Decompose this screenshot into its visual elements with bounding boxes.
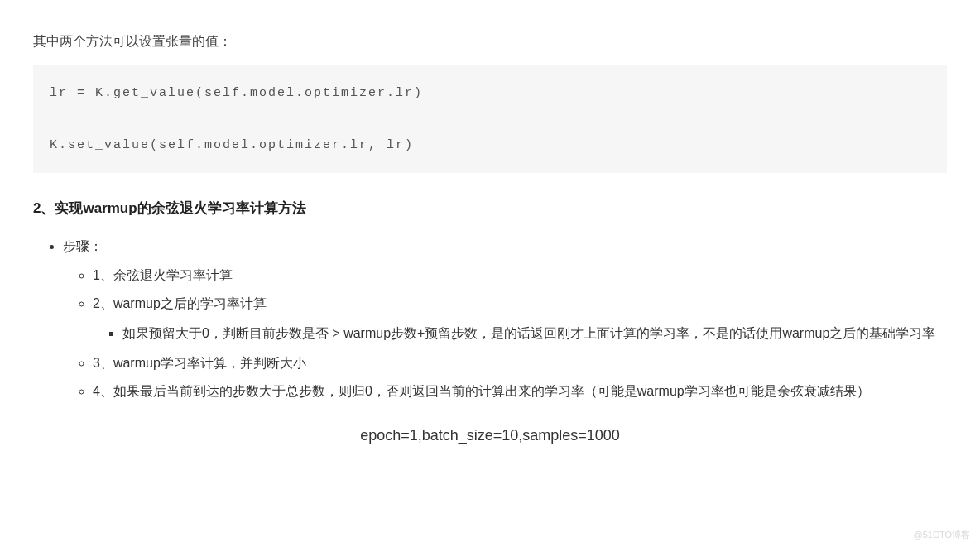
intro-text: 其中两个方法可以设置张量的值： [33,30,947,54]
step-2-label: 2、warmup之后的学习率计算 [93,296,267,310]
step-2: 2、warmup之后的学习率计算 如果预留大于0，判断目前步数是否 > warm… [93,292,947,346]
code-block: lr = K.get_value(self.model.optimizer.lr… [33,65,947,174]
step-3: 3、warmup学习率计算，并判断大小 [93,352,947,376]
steps-root: 步骤： 1、余弦退火学习率计算 2、warmup之后的学习率计算 如果预留大于0… [63,235,947,404]
step-2-detail: 如果预留大于0，判断目前步数是否 > warmup步数+预留步数，是的话返回刚才… [122,321,947,346]
steps-label: 步骤： [63,239,103,253]
section-heading: 2、实现warmup的余弦退火学习率计算方法 [33,196,947,222]
step-1: 1、余弦退火学习率计算 [93,264,947,288]
caption: epoch=1,batch_size=10,samples=1000 [33,422,947,449]
step-4: 4、如果最后当前到达的步数大于总步数，则归0，否则返回当前的计算出来的学习率（可… [93,380,947,404]
